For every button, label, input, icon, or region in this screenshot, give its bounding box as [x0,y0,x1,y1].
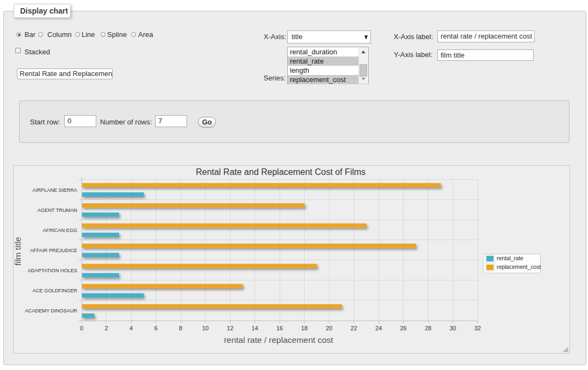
svg-text:28: 28 [425,325,431,331]
svg-text:8: 8 [179,325,182,331]
svg-text:10: 10 [202,325,208,331]
svg-text:4: 4 [129,325,133,331]
svg-text:16: 16 [276,325,283,331]
svg-text:AFFAIR PREJUDICE: AFFAIR PREJUDICE [30,248,77,253]
svg-text:18: 18 [301,325,307,331]
svg-text:AIRPLANE SIERRA: AIRPLANE SIERRA [33,187,78,193]
svg-text:rental_rate: rental_rate [497,255,523,261]
svg-text:30: 30 [449,325,456,331]
svg-text:ACE GOLDFINGER: ACE GOLDFINGER [33,288,78,293]
svg-text:Rental Rate and Replacement Co: Rental Rate and Replacement Cost of Film… [196,167,366,177]
svg-text:replacement_cost: replacement_cost [497,264,541,270]
svg-text:ADAPTATION HOLES: ADAPTATION HOLES [28,268,77,273]
svg-text:32: 32 [474,325,481,331]
svg-text:24: 24 [375,325,382,331]
svg-text:AGENT TRUMAN: AGENT TRUMAN [38,208,77,213]
svg-text:12: 12 [227,325,233,331]
svg-text:26: 26 [400,325,406,331]
svg-text:2: 2 [104,325,108,331]
svg-text:0: 0 [80,325,83,331]
svg-text:14: 14 [251,325,258,331]
svg-text:ACADEMY DINOSAUR: ACADEMY DINOSAUR [25,308,78,313]
svg-text:rental rate / replacement cost: rental rate / replacement cost [224,335,333,344]
svg-text:22: 22 [350,325,357,331]
svg-text:AFRICAN EGG: AFRICAN EGG [43,228,77,233]
svg-text:film title: film title [13,237,22,266]
svg-text:6: 6 [154,325,157,331]
svg-text:20: 20 [326,325,332,331]
